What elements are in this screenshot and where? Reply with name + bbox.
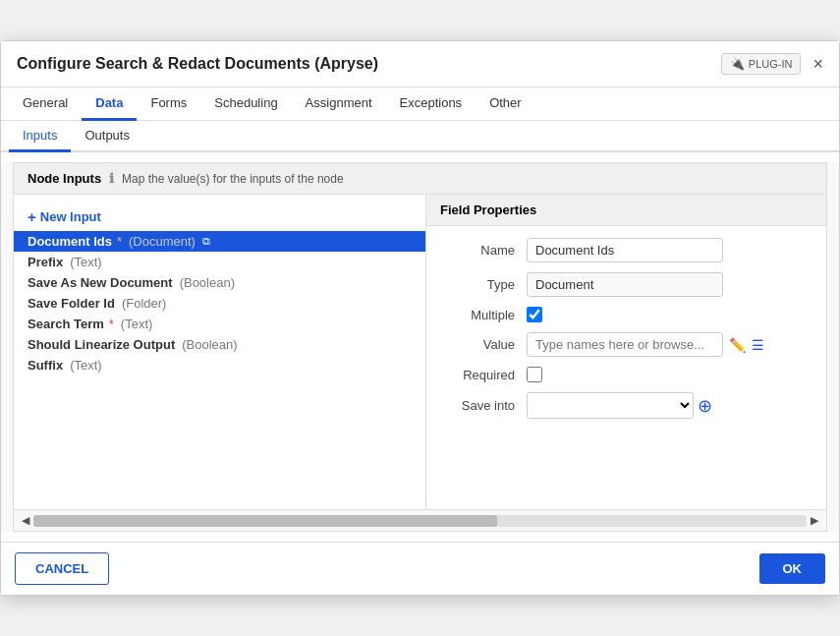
save-into-label: Save into	[446, 398, 515, 413]
plug-icon: 🔌	[730, 57, 745, 71]
tab-exceptions[interactable]: Exceptions	[386, 87, 476, 121]
type-label: (Folder)	[122, 296, 167, 311]
tab-assignment[interactable]: Assignment	[292, 87, 386, 121]
scroll-right-arrow[interactable]: ▶	[811, 514, 818, 527]
dialog-title: Configure Search & Redact Documents (Apr…	[17, 55, 721, 73]
left-panel: + New Input Document Ids * (Document) ⧉ …	[14, 195, 426, 509]
new-input-label: New Input	[40, 209, 101, 224]
item-name: Save As New Document	[28, 275, 173, 290]
main-split: + New Input Document Ids * (Document) ⧉ …	[14, 195, 826, 509]
edit-icon[interactable]: ✏️	[729, 337, 746, 353]
required-star: *	[109, 317, 114, 331]
plus-icon: +	[28, 208, 36, 225]
type-row: Type	[446, 272, 807, 297]
multiple-row: Multiple	[446, 307, 807, 322]
list-item[interactable]: Document Ids * (Document) ⧉	[14, 231, 425, 252]
outer-border: Node Inputs ℹ Map the value(s) for the i…	[13, 162, 827, 532]
type-label: (Boolean)	[180, 275, 235, 290]
value-input[interactable]	[527, 332, 723, 357]
tab-general[interactable]: General	[9, 87, 82, 121]
dialog-header: Configure Search & Redact Documents (Apr…	[1, 41, 839, 87]
main-tab-bar: General Data Forms Scheduling Assignment…	[1, 87, 839, 121]
name-row: Name	[446, 238, 807, 262]
value-field-group: ✏️ ☰	[527, 332, 764, 357]
tab-other[interactable]: Other	[476, 87, 535, 121]
name-label: Name	[446, 243, 515, 258]
value-label: Value	[446, 337, 515, 352]
list-item[interactable]: Prefix (Text)	[14, 252, 425, 272]
required-row: Required	[446, 367, 807, 382]
field-form: Name Type Multiple	[426, 226, 826, 440]
plugin-badge: 🔌 PLUG-IN	[721, 53, 802, 75]
item-name: Should Linearize Output	[28, 337, 175, 352]
required-checkbox[interactable]	[527, 367, 542, 382]
multiple-label: Multiple	[446, 308, 515, 322]
value-row: Value ✏️ ☰	[446, 332, 807, 357]
scroll-thumb	[33, 515, 497, 527]
input-list: Document Ids * (Document) ⧉ Prefix (Text…	[14, 229, 425, 377]
item-name: Suffix	[28, 358, 63, 373]
item-name: Prefix	[28, 255, 63, 269]
item-name: Document Ids	[28, 234, 112, 249]
tab-scheduling[interactable]: Scheduling	[200, 87, 291, 121]
field-props-header: Field Properties	[426, 195, 826, 226]
save-into-row: Save into ⊕	[446, 392, 807, 419]
content-area: Node Inputs ℹ Map the value(s) for the i…	[1, 162, 839, 532]
type-label: Type	[446, 277, 515, 292]
list-icon[interactable]: ☰	[752, 337, 764, 353]
type-label: (Document)	[129, 234, 196, 249]
plugin-label: PLUG-IN	[749, 58, 793, 70]
scroll-left-arrow[interactable]: ◀	[22, 514, 29, 527]
type-label: (Text)	[121, 317, 153, 331]
tab-inputs[interactable]: Inputs	[9, 121, 71, 152]
tab-forms[interactable]: Forms	[137, 87, 200, 121]
info-text: Map the value(s) for the inputs of the n…	[122, 172, 343, 186]
list-item[interactable]: Should Linearize Output (Boolean)	[14, 334, 425, 355]
cancel-button[interactable]: CANCEL	[15, 552, 109, 585]
type-label: (Text)	[70, 255, 102, 269]
new-input-button[interactable]: + New Input	[14, 204, 115, 229]
required-star: *	[117, 234, 122, 249]
scroll-bar-area: ◀ ▶	[14, 509, 826, 531]
right-panel: Field Properties Name Type	[426, 195, 826, 509]
tab-data[interactable]: Data	[82, 87, 137, 121]
required-label: Required	[446, 368, 515, 382]
ok-button[interactable]: OK	[759, 553, 826, 584]
copy-icon[interactable]: ⧉	[202, 235, 210, 248]
footer: CANCEL OK	[1, 542, 839, 595]
item-name: Search Term	[28, 317, 104, 331]
type-input	[527, 272, 723, 297]
add-circle-button[interactable]: ⊕	[698, 395, 712, 417]
tab-outputs[interactable]: Outputs	[71, 121, 143, 152]
close-button[interactable]: ×	[812, 55, 823, 73]
item-name: Save Folder Id	[28, 296, 115, 311]
type-label: (Boolean)	[182, 337, 237, 352]
save-into-group: ⊕	[527, 392, 712, 419]
name-input[interactable]	[527, 238, 723, 262]
list-item[interactable]: Save As New Document (Boolean)	[14, 272, 425, 293]
type-label: (Text)	[70, 358, 102, 373]
sub-tab-bar: Inputs Outputs	[1, 121, 839, 152]
list-item[interactable]: Save Folder Id (Folder)	[14, 293, 425, 314]
section-header: Node Inputs ℹ Map the value(s) for the i…	[14, 163, 826, 195]
section-title: Node Inputs	[28, 171, 101, 186]
save-into-select[interactable]	[527, 392, 694, 419]
list-item[interactable]: Search Term * (Text)	[14, 314, 425, 334]
scroll-track[interactable]	[33, 515, 807, 527]
info-icon: ℹ	[109, 171, 114, 186]
list-item[interactable]: Suffix (Text)	[14, 355, 425, 376]
dialog: Configure Search & Redact Documents (Apr…	[0, 40, 840, 596]
multiple-checkbox[interactable]	[527, 307, 542, 322]
